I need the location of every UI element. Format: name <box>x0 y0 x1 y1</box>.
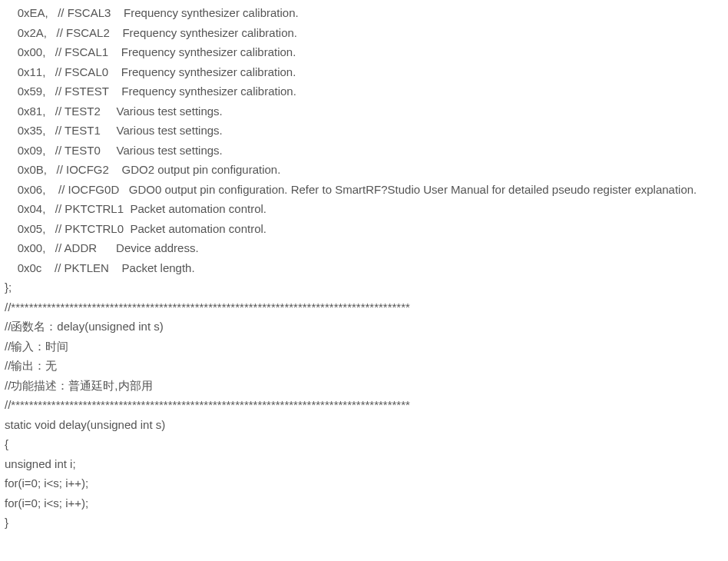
code-line: 0x35, // TEST1 Various test settings. <box>0 121 728 141</box>
code-line: 0x0c // PKTLEN Packet length. <box>0 258 728 278</box>
code-line: } <box>0 513 728 533</box>
code-line: 0x00, // FSCAL1 Frequency synthesizer ca… <box>0 42 728 62</box>
code-line: for(i=0; i<s; i++); <box>0 493 728 513</box>
code-line: 0x09, // TEST0 Various test settings. <box>0 141 728 161</box>
code-line: //**************************************… <box>0 297 728 317</box>
code-line: //功能描述：普通廷时,内部用 <box>0 376 728 396</box>
code-line: //**************************************… <box>0 395 728 415</box>
code-line: 0x0B, // IOCFG2 GDO2 output pin configur… <box>0 160 728 180</box>
code-line: 0x11, // FSCAL0 Frequency synthesizer ca… <box>0 62 728 82</box>
code-line: //函数名：delay(unsigned int s) <box>0 317 728 337</box>
code-line: 0x06, // IOCFG0D GDO0 output pin configu… <box>0 180 728 200</box>
code-line: 0xEA, // FSCAL3 Frequency synthesizer ca… <box>0 3 728 23</box>
code-line: 0x59, // FSTEST Frequency synthesizer ca… <box>0 81 728 101</box>
code-line: static void delay(unsigned int s) <box>0 415 728 435</box>
code-line: //输入：时间 <box>0 337 728 357</box>
code-line: 0x81, // TEST2 Various test settings. <box>0 101 728 121</box>
code-line: }; <box>0 277 728 297</box>
code-document: 0xEA, // FSCAL3 Frequency synthesizer ca… <box>0 3 728 533</box>
code-line: 0x04, // PKTCTRL1 Packet automation cont… <box>0 199 728 219</box>
code-line: 0x00, // ADDR Device address. <box>0 238 728 258</box>
code-line: { <box>0 434 728 454</box>
code-line: unsigned int i; <box>0 454 728 474</box>
code-line: 0x05, // PKTCTRL0 Packet automation cont… <box>0 219 728 239</box>
code-line: //输出：无 <box>0 356 728 376</box>
code-line: for(i=0; i<s; i++); <box>0 473 728 493</box>
code-line: 0x2A, // FSCAL2 Frequency synthesizer ca… <box>0 23 728 43</box>
